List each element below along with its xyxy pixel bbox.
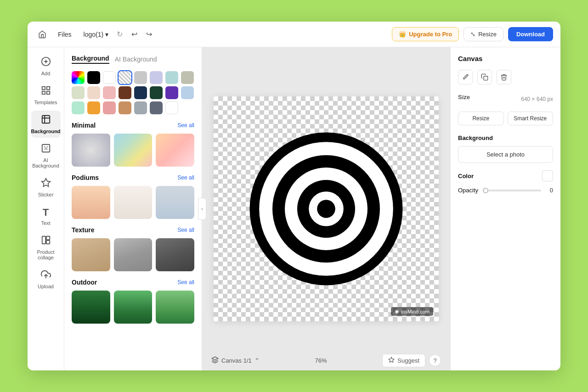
topbar: Files logo(1) ▾ ↻ ↩ ↪ 👑 Upgrade to Pro ⤡…	[28, 22, 560, 47]
project-name[interactable]: logo(1) ▾	[80, 29, 113, 40]
swatch-black[interactable]	[87, 71, 100, 84]
swatch-lt-blue[interactable]	[181, 86, 194, 99]
swatch-tan[interactable]	[119, 101, 131, 114]
swatch-peach[interactable]	[87, 86, 100, 99]
podium-thumb-2[interactable]	[114, 186, 153, 219]
resize-icon: ⤡	[470, 31, 475, 38]
sidebar-item-add-label: Add	[41, 71, 51, 76]
minimal-title: Minimal	[72, 122, 96, 129]
sidebar-item-background-label: Background	[31, 129, 60, 134]
outdoor-thumb-1[interactable]	[72, 291, 110, 324]
resize-option-button[interactable]: Resize	[458, 112, 504, 125]
sidebar-item-product-collage-label: Product collage	[33, 249, 59, 260]
outdoor-see-all[interactable]: See all	[177, 279, 194, 286]
select-photo-button[interactable]: Select a photo	[458, 146, 553, 163]
swatch-lt-mint[interactable]	[72, 101, 85, 114]
background-panel: Background AI Background	[64, 47, 202, 370]
swatch-orange[interactable]	[87, 101, 100, 114]
swatch-navy[interactable]	[134, 86, 147, 99]
icon-sidebar: Add Templates Background	[28, 47, 64, 370]
opacity-label: Opacity	[458, 187, 478, 194]
opacity-slider[interactable]	[483, 190, 541, 191]
delete-button[interactable]	[497, 70, 511, 84]
swatch-steel[interactable]	[134, 101, 147, 114]
texture-thumb-2[interactable]	[114, 238, 153, 271]
duplicate-button[interactable]	[477, 70, 492, 84]
podiums-see-all[interactable]: See all	[177, 174, 194, 181]
swatch-gray[interactable]	[134, 71, 147, 84]
minimal-thumb-1[interactable]	[72, 134, 110, 167]
swatch-mint[interactable]	[165, 71, 178, 84]
swatch-white2[interactable]	[165, 101, 178, 114]
texture-thumb-3[interactable]	[156, 238, 194, 271]
background-section-label: Background	[458, 134, 553, 141]
crown-icon: 👑	[399, 31, 406, 38]
upgrade-button[interactable]: 👑 Upgrade to Pro	[392, 27, 459, 41]
texture-thumb-1[interactable]	[72, 238, 110, 271]
background-icon	[41, 114, 51, 127]
sidebar-item-add[interactable]: Add	[31, 53, 61, 80]
minimal-thumb-3[interactable]	[156, 134, 194, 167]
minimal-see-all[interactable]: See all	[177, 122, 194, 129]
topbar-right: 👑 Upgrade to Pro ⤡ Resize Download	[392, 27, 553, 41]
product-collage-icon	[41, 235, 51, 247]
sidebar-item-text[interactable]: T Text	[31, 203, 61, 230]
project-name-label: logo(1)	[84, 31, 104, 38]
color-picker-swatch[interactable]	[542, 170, 553, 181]
texture-see-all[interactable]: See all	[177, 227, 194, 233]
podiums-title: Podiums	[72, 174, 99, 181]
swatch-pink[interactable]	[103, 86, 116, 99]
sidebar-item-sticker-label: Sticker	[38, 192, 54, 197]
size-row: Size 640 × 640 px	[458, 94, 553, 104]
smart-resize-option-button[interactable]: Smart Resize	[508, 112, 554, 125]
sidebar-item-upload[interactable]: Upload	[31, 266, 61, 293]
sidebar-item-background[interactable]: Background	[31, 111, 61, 138]
swatch-white[interactable]	[103, 71, 116, 84]
format-paint-button[interactable]	[458, 70, 473, 84]
swatch-sage[interactable]	[72, 86, 85, 99]
sync-icon[interactable]: ↻	[117, 30, 123, 39]
texture-title: Texture	[72, 226, 95, 234]
sidebar-item-ai-background-label: AI Background	[32, 157, 59, 168]
swatch-lavender[interactable]	[150, 71, 163, 84]
help-button[interactable]: ?	[429, 354, 441, 366]
outdoor-thumb-2[interactable]	[114, 291, 153, 324]
home-button[interactable]	[35, 27, 50, 42]
right-panel: Canvas	[450, 47, 560, 370]
sidebar-item-text-label: Text	[41, 220, 50, 226]
outdoor-thumb-3[interactable]	[156, 291, 194, 324]
sidebar-item-sticker[interactable]: Sticker	[31, 174, 61, 201]
svg-rect-11	[46, 236, 49, 240]
suggest-button[interactable]: Suggest	[382, 354, 425, 367]
sidebar-item-templates[interactable]: Templates	[31, 82, 61, 109]
swatch-rainbow[interactable]	[72, 71, 85, 84]
opacity-row: Opacity 0	[458, 187, 553, 194]
tab-ai-background[interactable]: AI Background	[115, 56, 157, 63]
canvas-layers-button[interactable]: Canvas 1/1 ⌃	[211, 356, 260, 365]
podium-thumb-3[interactable]	[156, 186, 194, 219]
minimal-thumb-2[interactable]	[114, 134, 153, 167]
podiums-thumbnails	[72, 186, 194, 219]
swatch-purple[interactable]	[165, 86, 178, 99]
swatch-transparent[interactable]	[119, 71, 131, 84]
podium-thumb-1[interactable]	[72, 186, 110, 219]
zoom-level: 76%	[315, 357, 327, 364]
redo-button[interactable]: ↪	[142, 28, 156, 41]
swatch-slate[interactable]	[150, 101, 163, 114]
swatch-brown[interactable]	[119, 86, 131, 99]
sidebar-item-product-collage[interactable]: Product collage	[31, 231, 61, 264]
resize-label: Resize	[478, 31, 497, 38]
swatch-dark-green[interactable]	[150, 86, 163, 99]
swatch-cream[interactable]	[181, 71, 194, 84]
canvas-frame[interactable]: ◉ insMind.com	[214, 96, 439, 321]
opacity-thumb	[483, 188, 488, 193]
collapse-panel-handle[interactable]: ‹	[198, 198, 206, 220]
undo-redo-group: ↩ ↪	[127, 28, 156, 41]
resize-button[interactable]: ⤡ Resize	[464, 27, 503, 41]
swatch-rose[interactable]	[103, 101, 116, 114]
files-button[interactable]: Files	[54, 29, 75, 40]
tab-background[interactable]: Background	[72, 55, 109, 64]
download-button[interactable]: Download	[508, 27, 553, 41]
sidebar-item-ai-background[interactable]: AI Background	[31, 140, 61, 172]
undo-button[interactable]: ↩	[127, 28, 141, 41]
